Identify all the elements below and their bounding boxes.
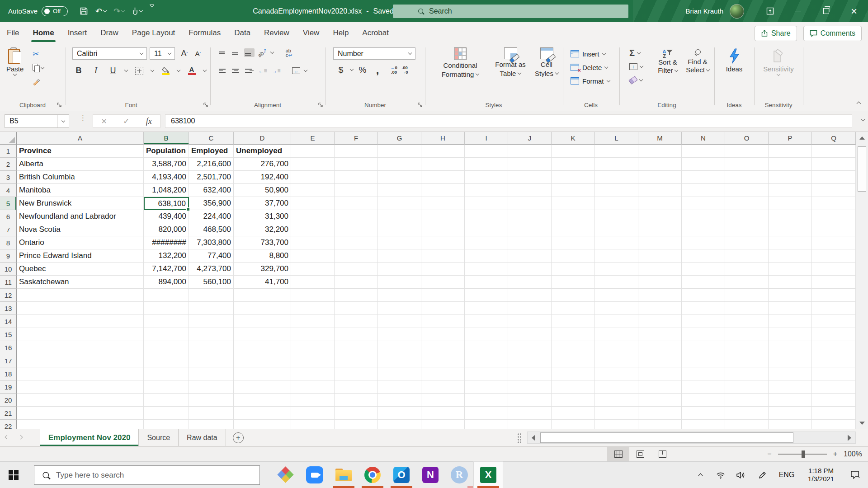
cell-E8[interactable] bbox=[291, 236, 335, 249]
sheet-tab-source[interactable]: Source bbox=[139, 429, 179, 446]
cell-E3[interactable] bbox=[291, 171, 335, 184]
cell-J6[interactable] bbox=[508, 210, 552, 223]
cell-N20[interactable] bbox=[682, 394, 725, 407]
start-button[interactable] bbox=[0, 462, 27, 488]
cell-O18[interactable] bbox=[725, 367, 769, 380]
chevron-down-icon[interactable] bbox=[350, 67, 354, 71]
cell-I20[interactable] bbox=[465, 394, 508, 407]
cell-Q3[interactable] bbox=[812, 171, 856, 184]
decrease-font-button[interactable]: Aˇ bbox=[193, 47, 203, 60]
cell-L7[interactable] bbox=[595, 223, 638, 236]
cell-A17[interactable] bbox=[17, 354, 144, 367]
align-center-button[interactable] bbox=[231, 66, 241, 75]
cell-M2[interactable] bbox=[638, 158, 682, 171]
cell-Q10[interactable] bbox=[812, 263, 856, 276]
cell-C21[interactable] bbox=[189, 407, 234, 420]
cell-H11[interactable] bbox=[421, 276, 465, 289]
cell-D22[interactable] bbox=[234, 420, 291, 429]
cell-O2[interactable] bbox=[725, 158, 769, 171]
cell-G7[interactable] bbox=[378, 223, 421, 236]
row-header-14[interactable]: 14 bbox=[0, 315, 17, 328]
cell-P22[interactable] bbox=[769, 420, 812, 429]
cell-I8[interactable] bbox=[465, 236, 508, 249]
decrease-indent-button[interactable]: ←≡ bbox=[257, 65, 268, 77]
cell-E19[interactable] bbox=[291, 380, 335, 394]
cell-G20[interactable] bbox=[378, 394, 421, 407]
tab-split-handle[interactable] bbox=[517, 433, 522, 443]
cell-A22[interactable] bbox=[17, 420, 144, 429]
zoom-in-button[interactable]: + bbox=[833, 450, 837, 458]
cell-H21[interactable] bbox=[421, 407, 465, 420]
cell-K3[interactable] bbox=[552, 171, 595, 184]
col-header-F[interactable]: F bbox=[335, 132, 378, 145]
cell-J5[interactable] bbox=[508, 197, 552, 210]
cell-E1[interactable] bbox=[291, 145, 335, 158]
cell-A20[interactable] bbox=[17, 394, 144, 407]
cell-J16[interactable] bbox=[508, 341, 552, 354]
cell-M15[interactable] bbox=[638, 328, 682, 341]
cell-F19[interactable] bbox=[335, 380, 378, 394]
cell-M14[interactable] bbox=[638, 315, 682, 328]
font-name-combo[interactable]: Calibri bbox=[72, 47, 147, 60]
horizontal-scroll-thumb[interactable] bbox=[540, 432, 793, 443]
cell-G13[interactable] bbox=[378, 302, 421, 315]
onenote-button[interactable]: N bbox=[416, 462, 445, 488]
cell-N18[interactable] bbox=[682, 367, 725, 380]
cell-A5[interactable]: New Brunswick bbox=[17, 197, 144, 210]
cell-D21[interactable] bbox=[234, 407, 291, 420]
cut-button[interactable]: ✂ bbox=[33, 48, 44, 59]
cell-L2[interactable] bbox=[595, 158, 638, 171]
chevron-down-icon[interactable] bbox=[177, 68, 180, 72]
col-header-K[interactable]: K bbox=[552, 132, 595, 145]
number-format-combo[interactable]: Number bbox=[333, 47, 415, 60]
cell-B14[interactable] bbox=[144, 315, 189, 328]
title-search-box[interactable]: Search bbox=[393, 5, 628, 18]
cell-K11[interactable] bbox=[552, 276, 595, 289]
cell-L20[interactable] bbox=[595, 394, 638, 407]
cell-F3[interactable] bbox=[335, 171, 378, 184]
cell-G2[interactable] bbox=[378, 158, 421, 171]
cell-B6[interactable]: 439,400 bbox=[144, 210, 189, 223]
cell-B13[interactable] bbox=[144, 302, 189, 315]
cell-E7[interactable] bbox=[291, 223, 335, 236]
clear-button[interactable] bbox=[629, 75, 643, 85]
cell-F8[interactable] bbox=[335, 236, 378, 249]
cell-C11[interactable]: 560,100 bbox=[189, 276, 234, 289]
cell-B12[interactable] bbox=[144, 289, 189, 302]
underline-button[interactable]: U bbox=[108, 65, 118, 77]
number-dialog-launcher[interactable] bbox=[418, 103, 423, 108]
fill-button[interactable]: ↓ bbox=[629, 61, 643, 72]
cell-L12[interactable] bbox=[595, 289, 638, 302]
cell-K6[interactable] bbox=[552, 210, 595, 223]
format-painter-button[interactable] bbox=[33, 76, 44, 87]
cell-E16[interactable] bbox=[291, 341, 335, 354]
cell-O19[interactable] bbox=[725, 380, 769, 394]
cell-Q5[interactable] bbox=[812, 197, 856, 210]
cell-N9[interactable] bbox=[682, 249, 725, 263]
cell-I9[interactable] bbox=[465, 249, 508, 263]
cell-P7[interactable] bbox=[769, 223, 812, 236]
cell-O21[interactable] bbox=[725, 407, 769, 420]
cell-Q13[interactable] bbox=[812, 302, 856, 315]
cell-M18[interactable] bbox=[638, 367, 682, 380]
cell-M9[interactable] bbox=[638, 249, 682, 263]
cell-B21[interactable] bbox=[144, 407, 189, 420]
cell-E5[interactable] bbox=[291, 197, 335, 210]
vertical-scroll-thumb[interactable] bbox=[858, 146, 866, 192]
cell-O4[interactable] bbox=[725, 184, 769, 197]
sort-filter-button[interactable]: AZ Sort & Filter bbox=[654, 49, 682, 75]
cell-K22[interactable] bbox=[552, 420, 595, 429]
select-all-corner[interactable] bbox=[0, 132, 17, 145]
cell-Q21[interactable] bbox=[812, 407, 856, 420]
cell-Q8[interactable] bbox=[812, 236, 856, 249]
cell-I7[interactable] bbox=[465, 223, 508, 236]
cell-G11[interactable] bbox=[378, 276, 421, 289]
cell-C6[interactable]: 224,400 bbox=[189, 210, 234, 223]
cell-G18[interactable] bbox=[378, 367, 421, 380]
cell-N5[interactable] bbox=[682, 197, 725, 210]
row-header-13[interactable]: 13 bbox=[0, 302, 17, 315]
cell-L22[interactable] bbox=[595, 420, 638, 429]
cell-O11[interactable] bbox=[725, 276, 769, 289]
ribbon-display-options-button[interactable] bbox=[756, 0, 784, 22]
cell-F11[interactable] bbox=[335, 276, 378, 289]
